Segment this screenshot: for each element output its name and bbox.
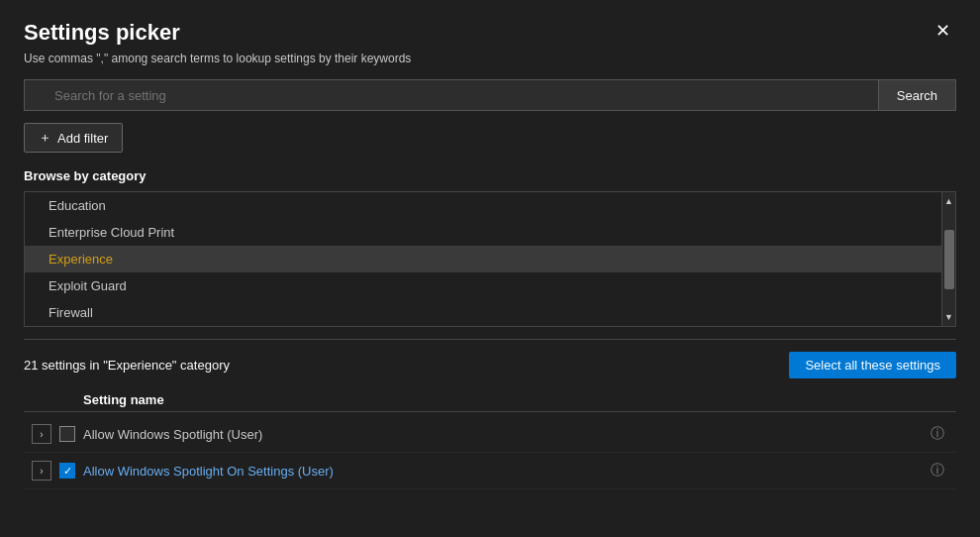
scroll-thumb[interactable] xyxy=(944,230,954,289)
search-button[interactable]: Search xyxy=(878,79,956,111)
category-item[interactable]: Firewall xyxy=(25,299,941,326)
add-filter-label: Add filter xyxy=(57,131,108,146)
results-header: 21 settings in "Experience" category Sel… xyxy=(24,352,956,378)
category-item[interactable]: Education xyxy=(25,192,941,219)
select-all-button[interactable]: Select all these settings xyxy=(789,352,956,378)
category-item[interactable]: Exploit Guard xyxy=(25,272,941,299)
category-item[interactable]: Experience xyxy=(25,246,941,272)
settings-list: ›Allow Windows Spotlight (User)ⓘ›Allow W… xyxy=(24,416,956,537)
scroll-down-arrow[interactable]: ▼ xyxy=(942,310,955,324)
setting-name: Allow Windows Spotlight (User) xyxy=(83,427,923,442)
setting-checkbox[interactable] xyxy=(59,463,75,479)
scroll-up-arrow[interactable]: ▲ xyxy=(942,194,955,208)
divider xyxy=(24,339,956,340)
results-count: 21 settings in "Experience" category xyxy=(24,358,230,373)
category-item[interactable]: Enterprise Cloud Print xyxy=(25,219,941,246)
category-list-wrapper: EducationEnterprise Cloud PrintExperienc… xyxy=(24,191,956,327)
expand-button[interactable]: › xyxy=(32,424,51,444)
dialog-title: Settings picker xyxy=(24,20,180,46)
dialog-subtitle: Use commas "," among search terms to loo… xyxy=(24,52,956,65)
info-icon[interactable]: ⓘ xyxy=(931,425,944,443)
settings-column-header: Setting name xyxy=(24,388,956,412)
setting-name: Allow Windows Spotlight On Settings (Use… xyxy=(83,464,923,479)
add-filter-button[interactable]: ＋ Add filter xyxy=(24,123,123,153)
search-input[interactable] xyxy=(24,79,878,111)
search-input-wrapper: 🔍 xyxy=(24,79,878,111)
settings-picker-dialog: Settings picker ✕ Use commas "," among s… xyxy=(0,0,980,537)
search-row: 🔍 Search xyxy=(24,79,956,111)
info-icon[interactable]: ⓘ xyxy=(931,462,944,480)
setting-checkbox[interactable] xyxy=(59,426,75,442)
add-icon: ＋ xyxy=(39,129,51,147)
expand-button[interactable]: › xyxy=(32,461,51,481)
browse-label: Browse by category xyxy=(24,168,956,183)
category-list: EducationEnterprise Cloud PrintExperienc… xyxy=(24,191,942,327)
scrollbar-track: ▲ ▼ xyxy=(942,191,956,327)
close-button[interactable]: ✕ xyxy=(930,20,956,42)
table-row: ›Allow Windows Spotlight On Settings (Us… xyxy=(24,453,956,489)
dialog-header: Settings picker ✕ xyxy=(24,20,956,46)
bottom-section: 21 settings in "Experience" category Sel… xyxy=(24,352,956,537)
table-row: ›Allow Windows Spotlight (User)ⓘ xyxy=(24,416,956,453)
